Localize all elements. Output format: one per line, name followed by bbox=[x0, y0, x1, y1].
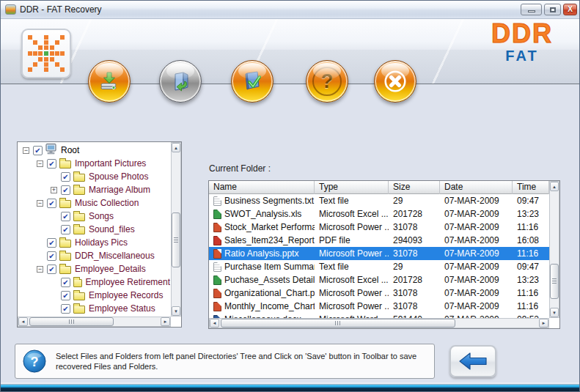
maximize-button[interactable] bbox=[544, 4, 561, 15]
scroll-left-icon[interactable]: ◄ bbox=[18, 317, 28, 326]
collapse-icon[interactable]: − bbox=[37, 266, 43, 273]
file-name: Business Segments.txt bbox=[224, 194, 314, 207]
table-horizontal-scrollbar[interactable]: ◄ ► bbox=[209, 318, 549, 328]
recover-folder-button[interactable] bbox=[159, 60, 202, 103]
brand-logo: DDR FAT bbox=[471, 20, 573, 64]
collapse-icon[interactable]: − bbox=[23, 147, 29, 154]
powerpoint-file-icon bbox=[213, 223, 221, 232]
powerpoint-file-icon bbox=[213, 289, 221, 298]
select-files-button[interactable] bbox=[231, 60, 274, 103]
file-row[interactable]: Business Segments.txtText file2907-MAR-2… bbox=[209, 194, 549, 207]
checkbox[interactable]: ✔ bbox=[47, 238, 56, 248]
brand-product: FAT bbox=[471, 48, 573, 64]
close-button[interactable]: X bbox=[563, 4, 577, 15]
tree-item[interactable]: ✔Holidays Pics bbox=[18, 236, 170, 249]
file-time: 09:47 bbox=[513, 260, 549, 273]
tree-item[interactable]: ✔DDR_Miscellaneous bbox=[18, 249, 170, 262]
app-window: DDR - FAT Recovery X DDR FAT bbox=[0, 0, 580, 392]
file-row[interactable]: SWOT_Analysis.xlsMicrosoft Excel ...2017… bbox=[209, 207, 549, 221]
table-hscroll-thumb[interactable] bbox=[221, 319, 455, 328]
column-header-date[interactable]: Date bbox=[440, 181, 513, 194]
checkbox[interactable]: ✔ bbox=[61, 185, 70, 195]
file-row[interactable]: Sales_Item234_Report....PDF file29409307… bbox=[209, 234, 549, 247]
checkbox[interactable]: ✔ bbox=[61, 304, 70, 314]
tree-item[interactable]: −✔Important Pictures bbox=[18, 157, 170, 170]
tree-item[interactable]: ✔Spouse Photos bbox=[18, 170, 170, 183]
tree-item[interactable]: −✔Root bbox=[18, 144, 170, 157]
column-header-type[interactable]: Type bbox=[315, 181, 389, 194]
minimize-button[interactable] bbox=[521, 4, 542, 15]
tree-item[interactable]: −✔Music Collection bbox=[18, 196, 170, 210]
app-logo-button[interactable] bbox=[21, 29, 71, 78]
tree-item-label: Important Pictures bbox=[75, 158, 146, 169]
tree-item-label: Root bbox=[61, 145, 79, 155]
tree-item[interactable]: +✔Marriage Album bbox=[18, 183, 170, 196]
checkbox[interactable]: ✔ bbox=[61, 291, 70, 300]
file-name: Puchase_Assets Details... bbox=[224, 273, 315, 286]
checkbox[interactable]: ✔ bbox=[47, 265, 56, 274]
table-vscroll-thumb[interactable] bbox=[550, 264, 559, 299]
file-date: 07-MAR-2009 bbox=[440, 221, 513, 234]
checkbox[interactable]: ✔ bbox=[47, 159, 56, 169]
directory-tree: −✔Root−✔Important Pictures✔Spouse Photos… bbox=[18, 144, 170, 316]
scroll-right-icon[interactable]: ► bbox=[539, 319, 548, 328]
tree-item[interactable]: −✔Employee_Details bbox=[18, 262, 170, 275]
tree-item-label: Marriage Album bbox=[89, 185, 150, 195]
tree-item[interactable]: ✔Employee Status bbox=[18, 302, 170, 315]
file-row[interactable]: Puchase_Assets Details...Microsoft Excel… bbox=[209, 273, 549, 286]
excel-file-icon bbox=[213, 210, 221, 219]
file-row[interactable]: Organizational_Chart.pptxMicrosoft Power… bbox=[209, 286, 549, 300]
file-row[interactable]: Purchase Item Summary...Text file2907-MA… bbox=[209, 260, 549, 273]
scroll-left-icon[interactable]: ◄ bbox=[210, 319, 219, 328]
folder-icon bbox=[73, 226, 85, 234]
scroll-down-icon[interactable]: ▼ bbox=[550, 308, 559, 317]
window-bottom-edge bbox=[1, 382, 579, 391]
file-time: 11:16 bbox=[513, 300, 549, 313]
file-row[interactable]: Ratio Analysis.pptxMicrosoft Power ...31… bbox=[209, 247, 549, 260]
expand-icon[interactable]: + bbox=[51, 187, 57, 193]
scroll-up-icon[interactable]: ▲ bbox=[172, 143, 180, 152]
exit-button[interactable] bbox=[374, 60, 416, 103]
scroll-down-icon[interactable]: ▼ bbox=[172, 306, 180, 316]
checkbox[interactable]: ✔ bbox=[47, 251, 56, 261]
file-row[interactable]: Stock_Market Performa...Microsoft Power … bbox=[209, 221, 549, 234]
tree-vscroll-thumb[interactable] bbox=[172, 212, 180, 267]
tree-item[interactable]: ✔Employee Retirement bbox=[18, 275, 170, 289]
tree-vertical-scrollbar[interactable]: ▲ ▼ bbox=[171, 142, 181, 317]
file-name: Monthly_Income_Chart.... bbox=[224, 300, 315, 313]
tree-hscroll-thumb[interactable] bbox=[29, 317, 114, 326]
checkbox[interactable]: ✔ bbox=[47, 199, 56, 208]
app-icon bbox=[5, 4, 16, 15]
column-header-size[interactable]: Size bbox=[389, 181, 440, 194]
window-title: DDR - FAT Recovery bbox=[20, 4, 102, 15]
file-name: Miscellaneous.docx bbox=[224, 313, 301, 318]
save-button[interactable] bbox=[88, 60, 131, 103]
tree-horizontal-scrollbar[interactable]: ◄ ► bbox=[18, 317, 171, 327]
file-row[interactable]: Monthly_Income_Chart....Microsoft Power … bbox=[209, 300, 549, 313]
column-header-name[interactable]: Name bbox=[209, 181, 315, 194]
collapse-icon[interactable]: − bbox=[37, 200, 43, 207]
file-name: Ratio Analysis.pptx bbox=[224, 247, 298, 260]
table-vertical-scrollbar[interactable]: ▲ ▼ bbox=[549, 181, 559, 318]
checkbox[interactable]: ✔ bbox=[61, 225, 70, 234]
back-button[interactable] bbox=[449, 345, 496, 377]
tree-item[interactable]: ✔Sound_files bbox=[18, 223, 170, 236]
collapse-icon[interactable]: − bbox=[37, 160, 43, 167]
checkbox[interactable]: ✔ bbox=[61, 172, 70, 182]
file-row[interactable]: Miscellaneous.docxMicrosoft Word ...5914… bbox=[209, 313, 549, 318]
tree-item[interactable]: ✔Employee Records bbox=[18, 289, 170, 302]
checkbox[interactable]: ✔ bbox=[61, 278, 70, 287]
help-info-icon: ? bbox=[23, 350, 46, 373]
book-check-icon bbox=[241, 70, 264, 93]
tree-item[interactable]: ✔Songs bbox=[18, 210, 170, 223]
file-type: Microsoft Power ... bbox=[315, 300, 389, 313]
file-size: 591440 bbox=[389, 313, 440, 318]
powerpoint-file-icon bbox=[213, 302, 221, 311]
column-header-time[interactable]: Time bbox=[513, 181, 549, 194]
checkbox[interactable]: ✔ bbox=[61, 212, 70, 221]
file-date: 07-MAR-2009 bbox=[440, 273, 513, 286]
checkbox[interactable]: ✔ bbox=[33, 146, 43, 155]
help-button[interactable]: ? bbox=[306, 60, 348, 103]
scroll-right-icon[interactable]: ► bbox=[161, 317, 170, 326]
scroll-up-icon[interactable]: ▲ bbox=[550, 182, 559, 191]
